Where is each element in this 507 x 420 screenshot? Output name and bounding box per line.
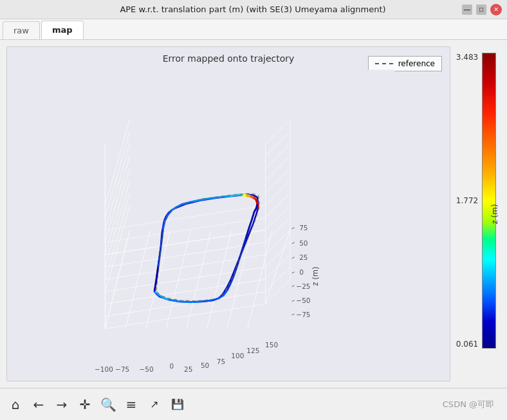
colorbar-max-label: 3.483 (456, 53, 478, 62)
plot-svg-area: 75 50 25 0 −25 −50 −75 z (m) 150 125 100… (7, 64, 450, 372)
svg-text:25: 25 (299, 253, 308, 261)
svg-text:75: 75 (217, 358, 225, 365)
tab-bar: raw map (0, 19, 507, 40)
toolbar: ⌂ ← → ✛ 🔍 ≡ ↗ 💾 CSDN @可即 (0, 388, 507, 420)
colorbar-area: 3.483 1.772 0.061 z (m) (456, 46, 501, 381)
zoom-icon[interactable]: 🔍 (99, 397, 117, 412)
svg-rect-0 (62, 70, 394, 366)
svg-text:75: 75 (299, 224, 308, 232)
back-icon[interactable]: ← (30, 397, 48, 412)
title-bar: APE w.r.t. translation part (m) (with SE… (0, 0, 507, 19)
home-icon[interactable]: ⌂ (6, 397, 24, 412)
edit-icon[interactable]: ↗ (145, 398, 163, 410)
window-controls[interactable]: — □ ✕ (462, 4, 502, 15)
svg-text:50: 50 (201, 361, 209, 369)
watermark: CSDN @可即 (443, 399, 501, 410)
plot-container: Error mapped onto trajectory reference (6, 46, 450, 381)
close-button[interactable]: ✕ (490, 4, 502, 15)
forward-icon[interactable]: → (53, 397, 71, 412)
colorbar-gradient (482, 53, 496, 349)
toolbar-left: ⌂ ← → ✛ 🔍 ≡ ↗ 💾 (6, 397, 187, 412)
tab-raw[interactable]: raw (3, 21, 40, 39)
svg-text:−25: −25 (296, 282, 310, 290)
trajectory-plot: 75 50 25 0 −25 −50 −75 z (m) 150 125 100… (7, 64, 450, 372)
svg-text:−100: −100 (95, 365, 113, 372)
colorbar-mid-label: 1.772 (456, 196, 478, 205)
window-title: APE w.r.t. translation part (m) (with SE… (44, 5, 462, 14)
colorbar-axis-label: z (m) (490, 204, 499, 224)
pan-icon[interactable]: ✛ (76, 397, 94, 412)
svg-text:−75: −75 (296, 311, 310, 318)
svg-text:−50: −50 (296, 297, 310, 304)
svg-text:50: 50 (299, 239, 308, 247)
svg-text:25: 25 (184, 365, 192, 372)
svg-text:0: 0 (299, 268, 304, 276)
svg-text:z (m): z (m) (311, 267, 320, 286)
svg-text:100: 100 (231, 352, 244, 360)
main-area: Error mapped onto trajectory reference (0, 40, 507, 388)
tab-map[interactable]: map (41, 21, 84, 39)
save-icon[interactable]: 💾 (169, 398, 187, 410)
svg-text:0: 0 (170, 362, 174, 370)
maximize-button[interactable]: □ (476, 5, 486, 15)
colorbar-min-label: 0.061 (456, 340, 478, 349)
svg-text:125: 125 (246, 347, 259, 354)
svg-text:−50: −50 (139, 365, 153, 372)
minimize-button[interactable]: — (462, 5, 472, 15)
colorbar-wrapper: 3.483 1.772 0.061 (455, 53, 501, 349)
svg-text:150: 150 (265, 341, 278, 349)
configure-icon[interactable]: ≡ (122, 397, 140, 412)
svg-text:−75: −75 (115, 365, 129, 372)
